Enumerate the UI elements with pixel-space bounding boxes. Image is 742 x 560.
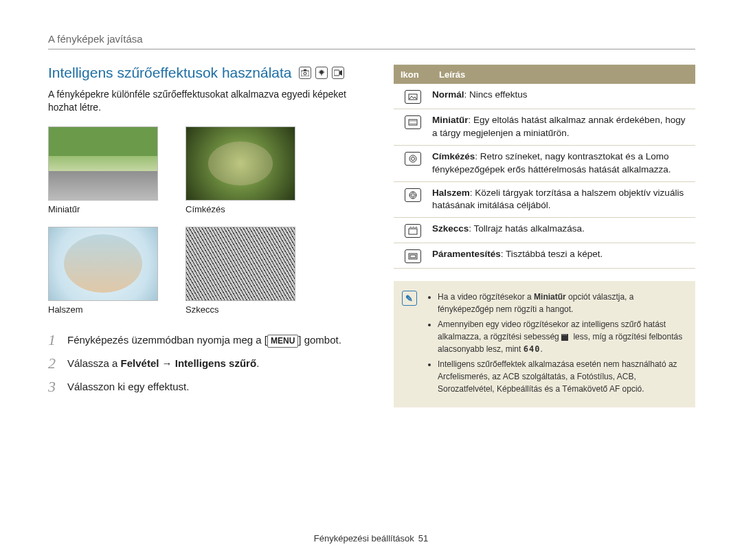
svg-rect-2 (304, 69, 306, 71)
defog-icon (405, 249, 421, 263)
camera-mode-icon (299, 67, 311, 79)
step-2-text: Válassza a Felvétel → Intelligens szűrő. (67, 356, 370, 371)
svg-rect-16 (562, 335, 563, 335)
thumb-fisheye (48, 227, 158, 301)
svg-rect-0 (301, 71, 309, 76)
section-title: Intelligens szűrőeffektusok használata (48, 65, 370, 81)
table-header-desc: Leírás (432, 65, 695, 84)
table-header-icon: Ikon (394, 65, 432, 84)
svg-rect-3 (334, 70, 339, 76)
svg-rect-11 (409, 229, 417, 234)
note-item: Intelligens szűrőeffektek alkalmazása es… (438, 358, 686, 395)
normal-icon (405, 90, 421, 104)
svg-rect-17 (563, 335, 564, 335)
svg-point-1 (304, 72, 306, 75)
svg-point-8 (409, 155, 416, 162)
svg-rect-6 (409, 120, 416, 122)
video-mode-icon (332, 67, 344, 79)
svg-rect-19 (566, 335, 567, 335)
svg-rect-13 (410, 255, 416, 258)
svg-rect-18 (565, 335, 565, 335)
step-2-number: 2 (48, 356, 60, 371)
res-640-label: 640 (524, 344, 541, 354)
dual-is-icon (315, 67, 328, 79)
fisheye-icon (405, 188, 421, 202)
note-item: Amennyiben egy video rögzítésekor az int… (438, 318, 686, 355)
thumb-miniature (48, 126, 158, 201)
table-row: Címkézés: Retro színeket, nagy kontraszt… (394, 146, 695, 182)
thumb-miniature-label: Miniatűr (48, 204, 158, 214)
vignette-icon (405, 152, 421, 166)
breadcrumb: A fényképek javítása (48, 33, 695, 45)
table-row: Páramentesítés: Tisztábbá teszi a képet. (394, 243, 695, 269)
effects-table: Ikon Leírás Normál: Nincs effektus Minia… (394, 65, 695, 269)
section-title-text: Intelligens szűrőeffektusok használata (48, 65, 292, 81)
divider (48, 49, 695, 49)
step-3-number: 3 (48, 379, 60, 394)
table-row: Normál: Nincs effektus (394, 84, 695, 109)
svg-point-9 (411, 157, 414, 160)
fps-icon (561, 333, 571, 341)
miniature-icon (405, 115, 421, 129)
svg-rect-4 (409, 94, 417, 100)
table-row: Halszem: Közeli tárgyak torzítása a hals… (394, 182, 695, 219)
menu-button-label: MENU (267, 335, 298, 348)
thumb-vignette (186, 126, 295, 201)
note-icon: ✎ (402, 291, 417, 306)
note-box: ✎ Ha a video rögzítésekor a Miniatűr opc… (394, 281, 695, 407)
svg-rect-7 (409, 123, 416, 124)
thumb-sketch (186, 227, 295, 301)
table-row: Miniatűr: Egy eltolás hatást alkalmaz an… (394, 109, 695, 146)
svg-rect-14 (561, 335, 568, 341)
thumb-vignette-label: Címkézés (186, 204, 295, 214)
page-footer: Fényképezési beállítások51 (0, 533, 742, 544)
step-1-number: 1 (48, 333, 60, 348)
thumb-fisheye-label: Halszem (48, 304, 158, 315)
svg-point-10 (409, 192, 416, 199)
step-3-text: Válasszon ki egy effektust. (67, 379, 370, 394)
sketch-icon (405, 224, 421, 238)
intro-text: A fényképekre különféle szűrőeffektusoka… (48, 88, 370, 114)
note-item: Ha a video rögzítésekor a Miniatűr opció… (438, 291, 686, 315)
step-1-text: Fényképezés üzemmódban nyomja meg a [MEN… (67, 333, 370, 348)
thumb-sketch-label: Szkeccs (186, 304, 295, 315)
table-row: Szkeccs: Tollrajz hatás alkalmazása. (394, 218, 695, 243)
